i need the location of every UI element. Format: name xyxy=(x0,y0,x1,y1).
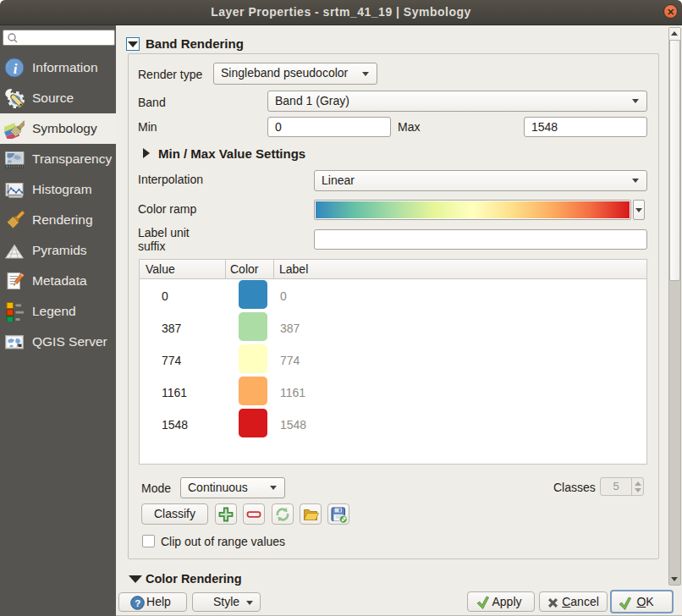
svg-text:?: ? xyxy=(135,598,140,608)
svg-text:i: i xyxy=(14,61,18,77)
